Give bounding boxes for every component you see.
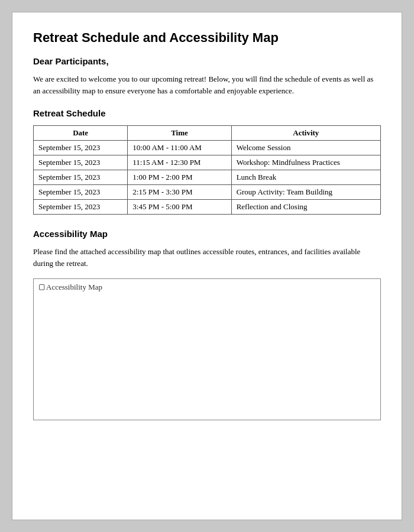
table-cell: Workshop: Mindfulness Practices — [231, 155, 380, 170]
table-cell: September 15, 2023 — [34, 155, 128, 170]
table-cell: Group Activity: Team Building — [231, 185, 380, 200]
intro-paragraph: We are excited to welcome you to our upc… — [33, 73, 381, 96]
map-broken-image-icon: ▢ — [38, 283, 45, 291]
table-cell: Lunch Break — [231, 170, 380, 185]
table-cell: September 15, 2023 — [34, 141, 128, 155]
table-cell: 2:15 PM - 3:30 PM — [128, 185, 231, 200]
table-row: September 15, 20231:00 PM - 2:00 PMLunch… — [34, 170, 381, 185]
table-cell: 11:15 AM - 12:30 PM — [128, 155, 231, 170]
accessibility-map-container: ▢ Accessibility Map — [33, 278, 381, 420]
table-cell: 1:00 PM - 2:00 PM — [128, 170, 231, 185]
greeting-text: Dear Participants, — [33, 56, 381, 66]
table-row: September 15, 20233:45 PM - 5:00 PMRefle… — [34, 200, 381, 215]
schedule-table: Date Time Activity September 15, 202310:… — [33, 125, 381, 215]
table-cell: September 15, 2023 — [34, 170, 128, 185]
table-cell: September 15, 2023 — [34, 185, 128, 200]
table-header-row: Date Time Activity — [34, 126, 381, 141]
col-header-activity: Activity — [231, 126, 380, 141]
table-row: September 15, 202311:15 AM - 12:30 PMWor… — [34, 155, 381, 170]
table-cell: September 15, 2023 — [34, 200, 128, 215]
accessibility-description: Please find the attached accessibility m… — [33, 246, 381, 269]
table-cell: 10:00 AM - 11:00 AM — [128, 141, 231, 155]
table-row: September 15, 202310:00 AM - 11:00 AMWel… — [34, 141, 381, 155]
col-header-time: Time — [128, 126, 231, 141]
table-row: September 15, 20232:15 PM - 3:30 PMGroup… — [34, 185, 381, 200]
document-page: Retreat Schedule and Accessibility Map D… — [12, 12, 402, 520]
page-title: Retreat Schedule and Accessibility Map — [33, 30, 381, 46]
table-cell: Welcome Session — [231, 141, 380, 155]
table-cell: Reflection and Closing — [231, 200, 380, 215]
map-placeholder-label: Accessibility Map — [46, 283, 102, 292]
accessibility-section-title: Accessibility Map — [33, 229, 381, 239]
schedule-section-title: Retreat Schedule — [33, 108, 381, 118]
col-header-date: Date — [34, 126, 128, 141]
table-cell: 3:45 PM - 5:00 PM — [128, 200, 231, 215]
